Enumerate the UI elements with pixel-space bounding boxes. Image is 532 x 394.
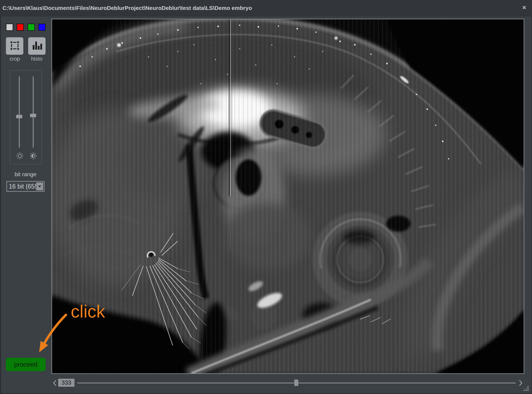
- embryo-image: [52, 19, 524, 373]
- brightness-icon: [16, 152, 24, 160]
- crop-icon: [9, 40, 20, 52]
- min-level-slider-track[interactable]: [19, 76, 20, 148]
- slice-number-field[interactable]: 333: [58, 379, 75, 387]
- histogram-icon: [31, 40, 43, 52]
- slice-scrollbar-handle[interactable]: [294, 380, 298, 386]
- proceed-button[interactable]: proceed: [6, 358, 46, 371]
- resize-grip[interactable]: [524, 386, 529, 391]
- chevron-down-icon[interactable]: [36, 182, 43, 190]
- channel-swatch-blue[interactable]: [38, 24, 46, 31]
- close-icon[interactable]: ✕: [520, 0, 528, 16]
- next-slice-icon[interactable]: [518, 380, 523, 386]
- channel-swatch-red[interactable]: [17, 24, 24, 31]
- min-level-slider-handle[interactable]: [16, 115, 22, 118]
- level-sliders-group: [10, 70, 42, 164]
- max-level-slider-handle[interactable]: [30, 114, 36, 117]
- channel-swatch-gray[interactable]: [6, 24, 13, 31]
- image-viewport[interactable]: [51, 19, 524, 374]
- max-level-slider-track[interactable]: [33, 76, 34, 148]
- crop-label: crop: [6, 56, 24, 62]
- neurodeblur-window: C:\Users\Klaus\Documents\Files\NeuroDebl…: [0, 0, 532, 394]
- crop-button[interactable]: [6, 37, 23, 55]
- histogram-button[interactable]: [28, 37, 46, 55]
- title-bar[interactable]: C:\Users\Klaus\Documents\Files\NeuroDebl…: [0, 0, 532, 16]
- channel-swatch-green[interactable]: [28, 24, 35, 31]
- bit-range-value: 16 bit (65535): [9, 182, 36, 191]
- previous-slice-icon[interactable]: [52, 380, 57, 386]
- contrast-icon: [29, 152, 37, 160]
- window-title: C:\Users\Klaus\Documents\Files\NeuroDebl…: [2, 0, 252, 16]
- histo-label: histo: [28, 56, 46, 62]
- bit-range-label: bit range: [6, 171, 44, 178]
- bit-range-select[interactable]: 16 bit (65535): [6, 181, 44, 192]
